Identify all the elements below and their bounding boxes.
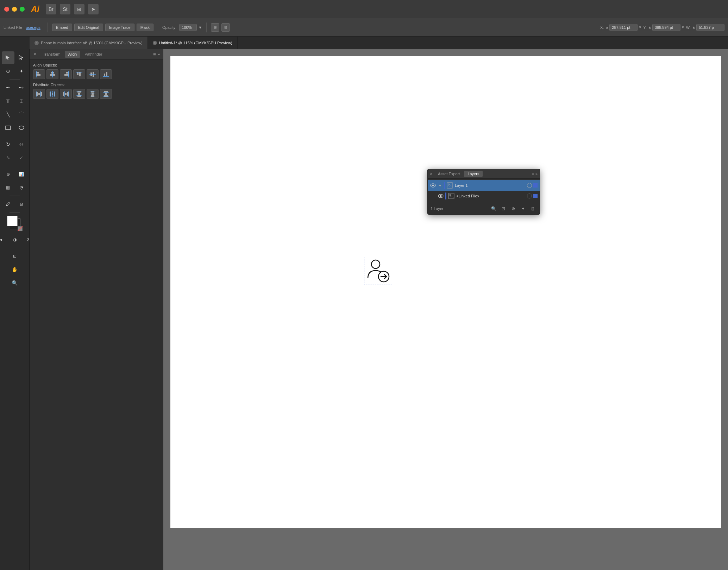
transform-grid-button[interactable]: ⊞	[211, 23, 219, 32]
new-sublayer-button[interactable]: ⊕	[509, 205, 517, 213]
distribute-left-button[interactable]	[33, 89, 45, 99]
x-input[interactable]	[609, 24, 638, 31]
pen-tool[interactable]: ✒	[2, 81, 14, 94]
panel-close-button[interactable]: ×	[32, 52, 37, 57]
search-layers-button[interactable]: 🔍	[490, 205, 497, 213]
linked-file-visibility[interactable]	[438, 193, 444, 199]
layer-1-expand[interactable]: ▼	[438, 183, 443, 188]
minimize-button[interactable]	[12, 7, 17, 12]
magic-wand-tool[interactable]: ✦	[15, 65, 28, 77]
embed-button[interactable]: Embed	[52, 24, 72, 31]
none-swatch[interactable]	[18, 226, 23, 231]
pie-chart-tool[interactable]: ◔	[15, 181, 28, 194]
align-center-h-button[interactable]	[46, 69, 58, 79]
hand-tool[interactable]: ✋	[8, 263, 21, 276]
foreground-color[interactable]	[7, 216, 18, 226]
align-middle-v-button[interactable]	[87, 69, 99, 79]
svg-rect-36	[65, 93, 67, 95]
distribute-right-button[interactable]	[60, 89, 72, 99]
edit-original-button[interactable]: Edit Original	[74, 24, 103, 31]
asset-export-tab[interactable]: Asset Export	[434, 171, 463, 177]
rect-tool[interactable]	[2, 121, 14, 134]
align-left-button[interactable]	[33, 69, 45, 79]
add-anchor-tool[interactable]: ✒+	[15, 81, 28, 94]
filename-link[interactable]: user.eps	[26, 25, 40, 30]
layers-panel-menu-button[interactable]: ≡	[532, 172, 534, 176]
distribute-top-button[interactable]	[73, 89, 85, 99]
linked-file-target[interactable]	[527, 194, 532, 198]
y-input[interactable]	[652, 24, 680, 31]
zoom-tool[interactable]: 🔍	[8, 277, 21, 289]
y-stepper-up[interactable]: ▲	[648, 25, 652, 29]
new-layer-button[interactable]: +	[519, 205, 527, 213]
transform-options-button[interactable]: ⊟	[221, 23, 230, 32]
bridge-btn[interactable]: Br	[46, 4, 56, 14]
lasso-tool[interactable]: ⊙	[2, 65, 14, 77]
selection-tool[interactable]	[2, 51, 14, 64]
eyedropper-tool[interactable]: 🖊	[2, 198, 14, 210]
stock-btn[interactable]: St	[60, 4, 70, 14]
graph-tool[interactable]: 📊	[15, 168, 28, 180]
area-type-tool[interactable]: ⌶	[15, 95, 28, 107]
mask-button[interactable]: Mask	[137, 24, 153, 31]
workspace-switcher[interactable]: ⊞	[74, 4, 84, 14]
arc-tool[interactable]: ⌒	[15, 108, 28, 121]
tab-1-close[interactable]: ×	[153, 41, 157, 45]
shear-tool[interactable]: ⟋	[15, 151, 28, 164]
type-tool[interactable]: T	[2, 95, 14, 107]
make-clipping-mask-button[interactable]: ⊡	[500, 205, 507, 213]
layers-panel-expand-button[interactable]: »	[535, 172, 538, 176]
direct-selection-tool[interactable]	[15, 51, 28, 64]
w-stepper-up[interactable]: ▲	[692, 25, 696, 29]
align-right-button[interactable]	[60, 69, 72, 79]
line-tool[interactable]: ╲	[2, 108, 14, 121]
sync-btn[interactable]: ➤	[88, 4, 99, 14]
panel-collapse-button[interactable]: «	[158, 52, 160, 56]
window-controls[interactable]	[4, 7, 25, 12]
tab-0-close[interactable]: ×	[34, 41, 39, 45]
distribute-middle-v-button[interactable]	[87, 89, 99, 99]
line-tool-group: ╲ ⌒	[2, 108, 28, 121]
measure-tool[interactable]: ⊖	[15, 198, 28, 210]
layer-1-item[interactable]: ▼ Layer 1	[428, 180, 540, 191]
distribute-bottom-button[interactable]	[100, 89, 112, 99]
tab-0[interactable]: × Phone humain interface.ai* @ 150% (CMY…	[30, 37, 148, 49]
align-bottom-button[interactable]	[100, 69, 112, 79]
artboard-tool[interactable]: ⊡	[8, 250, 21, 262]
tab-1[interactable]: × Untitled-1* @ 115% (CMYK/GPU Preview)	[148, 37, 238, 49]
layer-1-visibility[interactable]	[430, 182, 436, 189]
ellipse-tool[interactable]	[15, 121, 28, 134]
symbol-tool[interactable]: ⊛	[2, 168, 14, 180]
none-btn[interactable]: ⊘	[22, 233, 30, 246]
image-trace-button[interactable]: Image Trace	[105, 24, 134, 31]
pathfinder-tab[interactable]: Pathfinder	[81, 51, 106, 58]
canvas-area[interactable]: × Asset Export Layers ≡ » ▼	[163, 49, 728, 570]
y-stepper-down[interactable]: ▼	[681, 25, 685, 29]
linked-file-layer-item[interactable]: <Linked File>	[428, 191, 540, 201]
layers-panel-close-button[interactable]: ×	[430, 171, 432, 176]
close-button[interactable]	[4, 7, 9, 12]
x-stepper-down[interactable]: ▼	[638, 25, 642, 29]
opacity-dropdown-arrow[interactable]: ▼	[198, 25, 202, 30]
panel-menu-button[interactable]: ≡	[153, 51, 156, 57]
linked-file-object[interactable]	[364, 257, 392, 285]
reflect-tool[interactable]: ⇔	[15, 138, 28, 151]
align-tab[interactable]: Align	[65, 51, 80, 58]
layers-panel-titlebar: × Asset Export Layers ≡ »	[428, 169, 540, 179]
scale-tool[interactable]: ⤡	[2, 151, 14, 164]
opacity-input[interactable]	[179, 24, 197, 31]
delete-layer-button[interactable]: 🗑	[529, 205, 537, 213]
gradient-btn[interactable]: ◑	[8, 233, 21, 246]
w-input[interactable]	[696, 24, 724, 31]
maximize-button[interactable]	[20, 7, 25, 12]
x-stepper-up[interactable]: ▲	[605, 25, 609, 29]
distribute-center-h-button[interactable]	[46, 89, 58, 99]
bar-chart-tool[interactable]: ▦	[2, 181, 14, 194]
layer-1-target[interactable]	[527, 183, 532, 188]
rotate-tool[interactable]: ↻	[2, 138, 14, 151]
color-swatches[interactable]	[7, 216, 23, 231]
transform-tab[interactable]: Transform	[39, 51, 64, 58]
color-mode-btn[interactable]: ●	[0, 233, 8, 246]
layers-tab[interactable]: Layers	[464, 171, 483, 177]
align-top-button[interactable]	[73, 69, 85, 79]
